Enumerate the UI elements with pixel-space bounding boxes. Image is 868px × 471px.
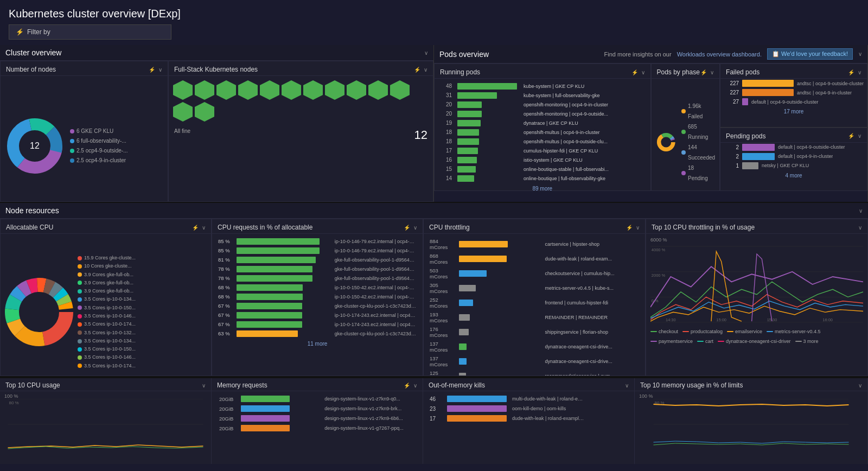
oom-label: oom-kill-demo | oom-kills — [510, 404, 586, 413]
cpu-req-pct: 63 % — [216, 329, 234, 338]
allocatable-cpu-content: 15.9 Cores gke-cluste...10 Cores gke-clu… — [1, 234, 211, 376]
chevron-icon-10[interactable]: ∨ — [858, 225, 862, 231]
alloc-legend-item: 10 Cores gke-cluste... — [78, 262, 136, 270]
chevron-icon-6[interactable]: ∨ — [858, 133, 861, 139]
hex-grid — [169, 76, 433, 126]
throttle-num: 193 mCores — [428, 310, 456, 324]
pending-pods-more[interactable]: 4 more — [720, 170, 867, 181]
failed-pod-row: 227 andtsc | ocp4-9-outside-cluster — [720, 79, 867, 88]
filter-icon-11[interactable]: ⚡ — [404, 383, 410, 389]
allocatable-cpu-title: Allocatable CPU — [6, 224, 53, 231]
filter-icon-3[interactable]: ⚡ — [631, 69, 638, 75]
pod-bar-cell — [455, 119, 520, 127]
hex-node — [216, 80, 236, 100]
filter-icon-9[interactable]: ⚡ — [626, 225, 633, 231]
top10-cpu-usage-panel: Top 10 CPU usage ∨ 100 % 80 % — [0, 378, 212, 464]
throttle-num: 137 mCores — [428, 354, 456, 368]
running-pods-more[interactable]: 89 more — [438, 183, 647, 191]
pod-count: 31 — [439, 91, 454, 99]
chart-legend-item: 3 more — [795, 339, 819, 344]
pending-pod-row: 2 default | ocp4-9-outside-cluster — [720, 143, 867, 152]
pod-count: 17 — [439, 147, 454, 155]
oom-num: 23 — [427, 404, 444, 413]
throttle-label: dynatrace-oneagent-csi-drive... — [544, 340, 641, 353]
filter-icon-5[interactable]: ⚡ — [848, 69, 854, 75]
top10-memory-panel: Top 10 memory usage in % of limits ∨ 100… — [635, 378, 868, 464]
legend-label: paymentservice — [659, 339, 693, 344]
top10-memory-content: 100 % 80 % — [635, 391, 867, 454]
chevron-icon-4[interactable]: ∨ — [710, 69, 714, 75]
pod-bar-cell — [455, 137, 520, 145]
filter-icon-4[interactable]: ⚡ — [700, 69, 707, 75]
hex-node — [195, 80, 214, 100]
throttle-num: 176 mCores — [428, 325, 456, 339]
pods-by-phase-panel: Pods by phase ⚡ ∨ — [651, 63, 720, 191]
throttle-bar-cell — [457, 296, 542, 309]
filter-icon-6[interactable]: ⚡ — [848, 133, 854, 139]
chevron-icon-8[interactable]: ∨ — [413, 225, 417, 231]
cpu-req-bar-cell — [235, 311, 332, 319]
chevron-icon-3[interactable]: ∨ — [641, 69, 645, 75]
filter-icon-8[interactable]: ⚡ — [404, 225, 410, 231]
number-of-nodes-content: 12 6 GKE CP KLU 6 full-observability-...… — [1, 76, 168, 202]
chevron-icon-9[interactable]: ∨ — [636, 225, 640, 231]
cpu-req-bar — [237, 257, 316, 263]
chevron-down-icon-2[interactable]: ∨ — [424, 67, 427, 73]
legend-text: 3.5 Cores ip-10-0-150... — [84, 345, 136, 353]
throttle-row: 884 mCores cartservice | hipster-shop — [428, 237, 641, 251]
cpu-req-bar — [237, 284, 303, 291]
nodes-count: 12 — [414, 128, 427, 142]
chevron-icon-11[interactable]: ∨ — [413, 383, 417, 389]
pod-label: dynatrace | GKE CP KLU — [521, 119, 646, 127]
cpu-req-row: 85 % ip-10-0-146-79.ec2.internal | ocp4-… — [216, 246, 418, 254]
pods-chevron[interactable]: ∨ — [858, 51, 862, 57]
cluster-overview-chevron[interactable]: ∨ — [424, 50, 428, 56]
cpu-req-pct: 78 % — [216, 265, 234, 273]
legend-dot — [78, 264, 82, 269]
hex-node — [390, 80, 410, 100]
cpu-req-more[interactable]: 11 more — [215, 339, 419, 349]
failed-pods-more[interactable]: 17 more — [720, 106, 867, 117]
filter-icon-2[interactable]: ⚡ — [414, 67, 420, 73]
pod-bar-cell — [455, 91, 520, 99]
failed-label: andtsc | ocp4-9-in-cluster — [797, 90, 852, 96]
workloads-link[interactable]: Workloads overview dashboard. — [677, 51, 762, 58]
mem-size: 20GiB — [216, 424, 237, 432]
filter-input[interactable]: ⚡ Filter by — [9, 24, 171, 40]
oom-bar-cell — [445, 404, 509, 413]
legend-text: 3.5 Cores ip-10-0-150... — [84, 304, 136, 312]
cpu-req-bar-cell — [235, 274, 332, 282]
cpu-req-bar-cell — [235, 256, 332, 264]
pod-bar-cell — [455, 147, 520, 155]
chevron-icon-7[interactable]: ∨ — [202, 225, 206, 231]
cpu-req-pct: 78 % — [216, 274, 234, 282]
node-resources-section: Node resources ∨ Allocatable CPU ⚡ ∨ — [0, 203, 868, 377]
top10-cpu-usage-chevron[interactable]: ∨ — [202, 383, 206, 389]
alloc-legend-item: 15.9 Cores gke-cluste... — [78, 254, 136, 262]
failed-bar — [742, 89, 794, 96]
filter-icon-7[interactable]: ⚡ — [192, 225, 199, 231]
node-resources-chevron[interactable]: ∨ — [859, 208, 863, 214]
pod-bar — [457, 148, 478, 154]
top10-memory-chevron[interactable]: ∨ — [858, 383, 862, 389]
legend-text: 3.9 Cores gke-full-ob... — [84, 287, 133, 295]
svg-text:15:30: 15:30 — [767, 317, 777, 322]
failed-pods-icons: ⚡ ∨ — [848, 69, 861, 75]
oom-bar — [447, 415, 507, 422]
failed-pod-row: 227 andtsc | ocp4-9-in-cluster — [720, 88, 867, 97]
cpu-req-bar — [237, 312, 302, 319]
legend-label: dynatrace-oneagent-csi-driver — [726, 339, 791, 344]
legend-text: 3.5 Cores ip-10-0-174... — [84, 320, 136, 328]
legend-dot — [78, 256, 82, 260]
legend-text: 3.5 Cores ip-10-0-146... — [84, 312, 136, 320]
chevron-icon-5[interactable]: ∨ — [858, 69, 861, 75]
svg-text:15:00: 15:00 — [716, 317, 726, 322]
cpu-req-pct: 67 % — [216, 320, 234, 328]
filter-icon[interactable]: ⚡ — [149, 67, 155, 73]
feedback-button[interactable]: 📋 We'd love your feedback! — [767, 48, 853, 60]
pod-count: 15 — [439, 165, 454, 173]
cluster-overview-section: Cluster overview ∨ Number of nodes ⚡ ∨ — [0, 45, 434, 202]
oom-chevron[interactable]: ∨ — [625, 383, 629, 389]
pending-num: 2 — [724, 154, 739, 160]
chevron-down-icon[interactable]: ∨ — [158, 67, 162, 73]
